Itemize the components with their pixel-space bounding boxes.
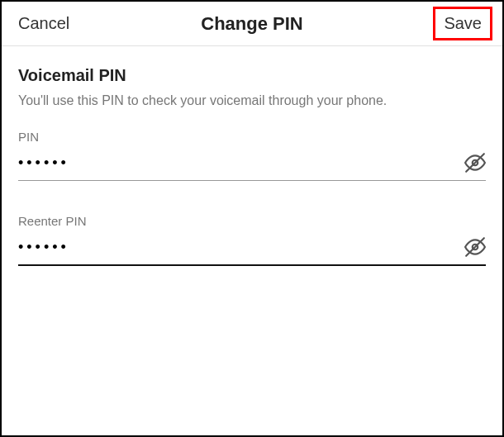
section-title: Voicemail PIN — [18, 66, 486, 85]
cancel-button[interactable]: Cancel — [18, 14, 69, 33]
save-highlight: Save — [433, 7, 492, 40]
pin-field-group: PIN — [18, 130, 486, 181]
reenter-pin-label: Reenter PIN — [18, 214, 486, 228]
header: Cancel Change PIN Save — [2, 2, 502, 46]
svg-line-1 — [466, 154, 484, 172]
save-button[interactable]: Save — [444, 14, 482, 33]
page-title: Change PIN — [201, 13, 302, 35]
pin-input[interactable] — [18, 154, 464, 172]
reenter-pin-input[interactable] — [18, 239, 464, 256]
toggle-visibility-icon[interactable] — [464, 152, 486, 173]
description-text: You'll use this PIN to check your voicem… — [18, 93, 486, 108]
reenter-pin-input-row — [18, 236, 486, 266]
content: Voicemail PIN You'll use this PIN to che… — [2, 46, 502, 319]
pin-input-row — [18, 152, 486, 181]
reenter-pin-field-group: Reenter PIN — [18, 214, 486, 266]
toggle-visibility-icon[interactable] — [464, 236, 486, 258]
pin-label: PIN — [18, 130, 486, 144]
